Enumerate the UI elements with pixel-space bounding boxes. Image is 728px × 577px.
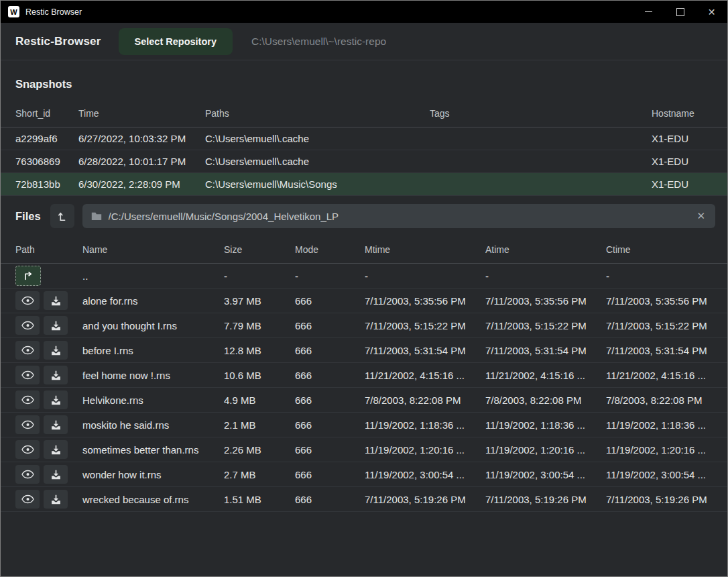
file-mtime: 11/19/2002, 1:18:36 ...: [365, 419, 485, 431]
download-file-button[interactable]: [44, 390, 68, 409]
files-bar: Files /C:/Users/emuell/Music/Songs/2004_…: [1, 196, 727, 236]
file-mode: 666: [295, 444, 365, 456]
eye-icon: [21, 370, 34, 380]
snapshot-hostname: X1-EDU: [652, 133, 715, 144]
preview-file-button[interactable]: [15, 341, 40, 360]
files-col-path: Path: [15, 244, 82, 255]
file-mtime: 7/11/2003, 5:31:54 PM: [365, 345, 485, 356]
file-row-actions: [15, 341, 82, 360]
eye-icon: [21, 420, 34, 429]
file-row-actions: [15, 291, 82, 310]
file-row-actions: [15, 390, 82, 409]
file-row: before I.rns12.8 MB6667/11/2003, 5:31:54…: [1, 338, 727, 363]
snapshot-time: 6/27/2022, 10:03:32 PM: [78, 133, 205, 144]
snapshot-row[interactable]: a2299af66/27/2022, 10:03:32 PMC:\Users\e…: [1, 127, 727, 150]
download-file-button[interactable]: [44, 341, 68, 360]
eye-icon: [21, 494, 34, 504]
select-repository-button[interactable]: Select Repository: [119, 28, 233, 55]
file-size: 2.1 MB: [224, 419, 295, 431]
app-logo-icon: W: [8, 6, 19, 17]
file-atime: 7/11/2003, 5:35:56 PM: [485, 295, 606, 307]
maximize-icon: [676, 8, 684, 16]
files-col-mtime: Mtime: [365, 244, 485, 255]
file-mode: 666: [295, 469, 365, 480]
file-name: before I.rns: [82, 345, 224, 356]
file-mode: -: [295, 270, 365, 282]
snapshots-col-tags: Tags: [430, 108, 652, 119]
minimize-button[interactable]: [633, 1, 664, 23]
minimize-icon: [645, 11, 652, 12]
file-name: alone for.rns: [82, 295, 224, 307]
repository-path: C:\Users\emuell\~\restic-repo: [251, 36, 386, 48]
files-col-atime: Atime: [485, 244, 606, 255]
download-file-button[interactable]: [44, 291, 68, 310]
preview-file-button[interactable]: [15, 390, 40, 409]
download-icon: [50, 395, 62, 406]
preview-file-button[interactable]: [15, 440, 40, 459]
file-atime: 7/11/2003, 5:31:54 PM: [485, 345, 606, 356]
file-row-actions: [15, 465, 82, 484]
download-file-button[interactable]: [44, 440, 68, 459]
files-col-size: Size: [224, 244, 295, 255]
download-file-button[interactable]: [44, 415, 68, 434]
file-mtime: 11/19/2002, 3:00:54 ...: [365, 469, 485, 480]
download-file-button[interactable]: [44, 366, 68, 384]
download-icon: [50, 320, 62, 331]
file-atime: -: [485, 270, 606, 282]
snapshot-paths: C:\Users\emuell\Music\Songs: [205, 178, 430, 190]
download-icon: [50, 370, 62, 381]
snapshot-paths: C:\Users\emuell\.cache: [205, 133, 430, 144]
preview-file-button[interactable]: [15, 465, 40, 484]
file-row: wonder how it.rns2.7 MB66611/19/2002, 3:…: [1, 462, 727, 487]
file-row-actions: [15, 440, 82, 459]
preview-file-button[interactable]: [15, 366, 40, 384]
file-size: 2.7 MB: [224, 469, 295, 480]
file-name: sometimes better than.rns: [82, 444, 224, 456]
close-icon: ✕: [708, 7, 716, 17]
file-size: 12.8 MB: [224, 345, 295, 356]
file-ctime: 7/11/2003, 5:15:22 PM: [606, 320, 715, 331]
file-row-actions: [15, 366, 82, 384]
snapshot-row[interactable]: 72b813bb6/30/2022, 2:28:09 PMC:\Users\em…: [1, 173, 727, 196]
snapshot-short-id: a2299af6: [15, 133, 78, 144]
file-mode: 666: [295, 395, 365, 406]
parent-row-actions: [15, 266, 82, 286]
level-up-button[interactable]: [50, 204, 74, 228]
download-file-button[interactable]: [44, 316, 68, 335]
download-file-button[interactable]: [44, 490, 68, 509]
app-title: Restic-Browser: [15, 35, 101, 48]
snapshot-time: 6/28/2022, 10:01:17 PM: [78, 156, 205, 167]
eye-icon: [21, 395, 34, 405]
download-file-button[interactable]: [44, 465, 68, 484]
file-atime: 11/19/2002, 1:20:16 ...: [485, 444, 606, 456]
file-name: ..: [82, 270, 224, 282]
file-size: 4.9 MB: [224, 395, 295, 406]
eye-icon: [21, 445, 34, 454]
file-atime: 11/21/2002, 4:15:16 ...: [485, 370, 606, 381]
current-path-input[interactable]: /C:/Users/emuell/Music/Songs/2004_Helvet…: [82, 204, 715, 228]
file-ctime: 11/19/2002, 1:18:36 ...: [606, 419, 715, 431]
go-parent-button[interactable]: [15, 266, 41, 286]
titlebar: W Restic Browser ✕: [1, 1, 727, 23]
maximize-button[interactable]: [664, 1, 696, 23]
download-icon: [50, 419, 62, 431]
preview-file-button[interactable]: [15, 291, 40, 310]
file-ctime: 11/19/2002, 1:20:16 ...: [606, 444, 715, 456]
file-mtime: 7/11/2003, 5:35:56 PM: [365, 295, 485, 307]
snapshots-col-hostname: Hostname: [652, 108, 715, 119]
file-ctime: 11/19/2002, 3:00:54 ...: [606, 469, 715, 480]
file-size: 3.97 MB: [224, 295, 295, 307]
snapshots-table-header: Short_id Time Paths Tags Hostname: [1, 100, 727, 127]
file-size: -: [224, 270, 295, 282]
file-row: feel home now !.rns10.6 MB66611/21/2002,…: [1, 363, 727, 388]
snapshot-row[interactable]: 763068696/28/2022, 10:01:17 PMC:\Users\e…: [1, 150, 727, 173]
file-name: wrecked because of.rns: [82, 494, 224, 505]
close-button[interactable]: ✕: [696, 1, 727, 23]
preview-file-button[interactable]: [15, 490, 40, 509]
clear-path-button[interactable]: ✕: [695, 210, 707, 222]
preview-file-button[interactable]: [15, 316, 40, 335]
file-mtime: 11/19/2002, 1:20:16 ...: [365, 444, 485, 456]
preview-file-button[interactable]: [15, 415, 40, 434]
file-atime: 7/11/2003, 5:15:22 PM: [485, 320, 606, 331]
file-ctime: 7/11/2003, 5:35:56 PM: [606, 295, 715, 307]
